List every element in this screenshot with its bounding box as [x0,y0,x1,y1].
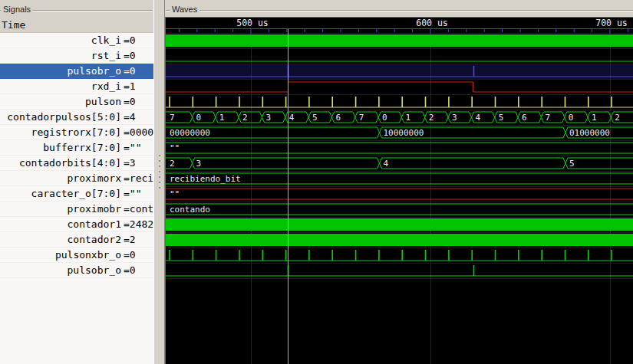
bus-value-label: 2 [429,113,434,123]
bus-segment-contadorbits[4:0] [380,158,566,169]
signal-row-proximorx[interactable]: proximorx=recibiendo_bit [0,171,153,186]
signal-value: =contando [121,202,153,216]
signal-list: clk_i=0rst_i=0pulsobr_o=0rxd_i=1pulson=0… [0,32,153,364]
signal-value: =0 [121,263,136,277]
bus-value-label: 2 [242,113,248,123]
waves-frame-border [166,10,633,11]
signal-value: =3 [121,156,136,170]
signal-name: proximorx [0,171,121,185]
signal-name: clk_i [0,33,121,48]
signal-row-pulsobr_o[interactable]: pulsobr_o=0 [0,263,153,278]
signal-row-pulsonxbr_o[interactable]: pulsonxbr_o=0 [0,248,153,263]
signal-row-proximobr[interactable]: proximobr=contando [0,202,153,217]
bus-value-label: 6 [335,113,341,123]
waveform-svg: 500 us600 us700 us7012345670123456701200… [166,18,633,364]
bus-value-label: 7 [545,113,550,123]
trace-block-clk_i [166,34,633,47]
signal-value: =0 [121,248,136,262]
pane-divider[interactable] [153,0,165,364]
signal-row-bufferrx70[interactable]: bufferrx[7:0]="" [0,140,153,156]
signal-value: =2 [121,232,136,247]
bus-value-label: 10000000 [384,128,424,138]
bus-value-label: 5 [312,113,318,123]
signal-value: ="" [121,140,141,155]
signal-row-pulsobr_o[interactable]: pulsobr_o=0 [0,64,153,79]
signal-row-pulson[interactable]: pulson=0 [0,94,153,110]
bus-value-label: 01000000 [569,128,610,138]
signal-row-rst_i[interactable]: rst_i=0 [0,48,153,64]
divider-grip-dot [159,182,160,183]
bus-value-label: "" [170,189,180,199]
bus-value-label: 4 [289,113,295,123]
signal-value: =00000000 [121,125,153,139]
signal-name: contadorbits[4:0] [0,156,121,170]
signal-value: =0 [121,48,136,63]
trace-block-contador2 [166,234,633,246]
signal-row-contador2[interactable]: contador2=2 [0,232,153,248]
bus-value-label: 2 [170,159,175,169]
bus-value-label: 1 [405,113,410,123]
signal-name: contador2 [0,232,121,247]
signal-value: =recibiendo_bit [121,171,153,185]
bus-value-label: 3 [452,113,457,123]
signal-name: pulsobr_o [0,64,121,78]
waveform-canvas[interactable]: 500 us600 us700 us7012345670123456701200… [165,17,633,364]
signal-value: =1 [121,79,136,93]
time-column-header: Time [0,18,153,32]
divider-grip-dot [159,171,160,172]
signal-name: bufferrx[7:0] [0,140,121,155]
bus-value-label: 5 [569,159,575,169]
signal-row-contador1[interactable]: contador1=2482 [0,217,153,232]
signal-value: =4 [121,110,136,124]
gtkwave-window: Signals Time clk_i=0rst_i=0pulsobr_o=0rx… [0,0,633,364]
bus-value-label: 2 [615,113,620,123]
signal-name: pulson [0,94,121,109]
trace-block-contador1 [166,218,633,231]
signal-name: caracter_o[7:0] [0,186,121,201]
bus-value-label: 0 [196,113,202,123]
signal-row-rxd_i[interactable]: rxd_i=1 [0,79,153,94]
signal-value: ="" [121,186,141,201]
divider-grip-dot [159,176,160,178]
signal-row-clk_i[interactable]: clk_i=0 [0,33,153,48]
signal-name: proximobr [0,202,121,216]
signal-value: =2482 [121,217,153,231]
bus-value-label: 3 [266,113,272,123]
signal-row-contadorbits40[interactable]: contadorbits[4:0]=3 [0,156,153,171]
waves-frame-label: Waves [170,5,199,14]
signal-name: contador1 [0,217,121,231]
bus-value-label: 0 [569,113,574,123]
bus-value-label: 4 [384,159,389,169]
signal-name: contadorpulsos[5:0] [0,110,121,124]
signal-row-contadorpulsos50[interactable]: contadorpulsos[5:0]=4 [0,110,153,125]
bus-value-label: recibiendo_bit [170,174,241,184]
divider-grip-dot [159,166,160,167]
signal-name: rst_i [0,48,121,63]
divider-grip-dot [159,155,160,156]
bus-value-label: "" [170,143,180,153]
bus-segment-contadorbits[4:0] [565,158,633,169]
bus-value-label: 3 [196,159,202,169]
divider-grip-dot [159,160,160,162]
signal-value: =0 [121,94,136,109]
axis-time-label: 700 us [595,18,628,28]
signal-value: =0 [121,64,136,78]
bus-value-label: 0 [382,113,387,123]
bus-value-label: 7 [359,113,364,123]
signal-row-registrorx70[interactable]: registrorx[7:0]=00000000 [0,125,153,140]
signal-name: pulsobr_o [0,263,121,277]
signal-name: registrorx[7:0] [0,125,121,139]
bus-value-label: 6 [522,113,527,123]
signals-frame-label: Signals [1,5,33,14]
bus-segment-contadorbits[4:0] [193,158,380,169]
signal-name: rxd_i [0,79,121,93]
axis-time-label: 600 us [416,18,448,28]
bus-value-label: 1 [592,113,597,123]
bus-value-label: contando [170,205,210,215]
signal-name: pulsonxbr_o [0,248,121,262]
bus-value-label: 5 [499,113,504,123]
trace-scalar-rxd_i [166,82,633,92]
axis-time-label: 500 us [236,18,269,28]
signal-row-caracter_o70[interactable]: caracter_o[7:0]="" [0,186,153,202]
divider-grip-dot [159,187,160,189]
